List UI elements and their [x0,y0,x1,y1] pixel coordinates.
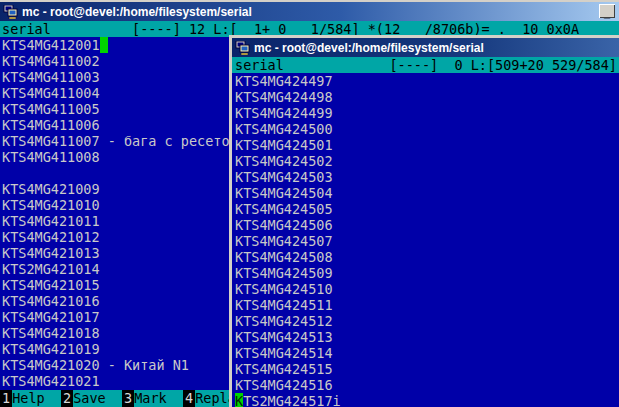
fkey-number: 1 [0,390,12,407]
fkey-number: 4 [183,390,195,407]
window-editor-front[interactable]: mc - root@devel:/home/filesystem/serial … [229,35,619,407]
editor-line: KTS4MG424498 [235,89,619,105]
editor-line: KTS4MG424502 [235,153,619,169]
editor-line: KTS4MG424510 [235,281,619,297]
window-title: mc - root@devel:/home/filesystem/serial [22,4,252,20]
fkey-number: 3 [122,390,134,407]
fkey-label: Save [73,390,122,407]
editor-content-front: KTS4MG424497KTS4MG424498KTS4MG424499KTS4… [232,73,619,407]
editor-line: KTS4MG424499 [235,105,619,121]
editor-line: KTS2MG424517i [235,393,619,407]
editor-line: KTS4MG424503 [235,169,619,185]
fkey-label: Help [12,390,61,407]
editor-line: KTS4MG424505 [235,201,619,217]
editor-line: KTS4MG424497 [235,73,619,89]
fkey-mark[interactable]: 3Mark [122,390,183,407]
fkey-label: Mark [134,390,183,407]
editor-line: KTS4MG424509 [235,265,619,281]
fkey-help[interactable]: 1Help [0,390,61,407]
titlebar-back[interactable]: mc - root@devel:/home/filesystem/serial … [0,2,619,21]
terminal-cursor: K [235,393,243,407]
minimize-button[interactable]: _ [599,4,615,18]
editor-line: KTS4MG424508 [235,249,619,265]
window-title: mc - root@devel:/home/filesystem/serial [254,40,484,56]
editor-line: KTS4MG424516 [235,377,619,393]
fkey-save[interactable]: 2Save [61,390,122,407]
editor-line: KTS4MG424507 [235,233,619,249]
telnet-computers-icon [235,41,250,55]
editor-line: KTS4MG424506 [235,217,619,233]
editor-line: KTS4MG424511 [235,297,619,313]
editor-line: KTS4MG424515 [235,361,619,377]
screen: mc - root@devel:/home/filesystem/serial … [0,0,619,407]
editor-line: KTS4MG424514 [235,345,619,361]
editor-line: KTS4MG424500 [235,121,619,137]
fkey-number: 2 [61,390,73,407]
telnet-computers-icon [3,5,18,19]
titlebar-front[interactable]: mc - root@devel:/home/filesystem/serial [232,38,619,57]
editor-line: KTS4MG424504 [235,185,619,201]
editor-line: KTS4MG424501 [235,137,619,153]
editor-line: KTS4MG424513 [235,329,619,345]
editor-statusline-front: serial [----] 0 L:[509+20 529/584] [232,57,619,73]
terminal-cursor [100,37,108,53]
editor-line: KTS4MG424512 [235,313,619,329]
